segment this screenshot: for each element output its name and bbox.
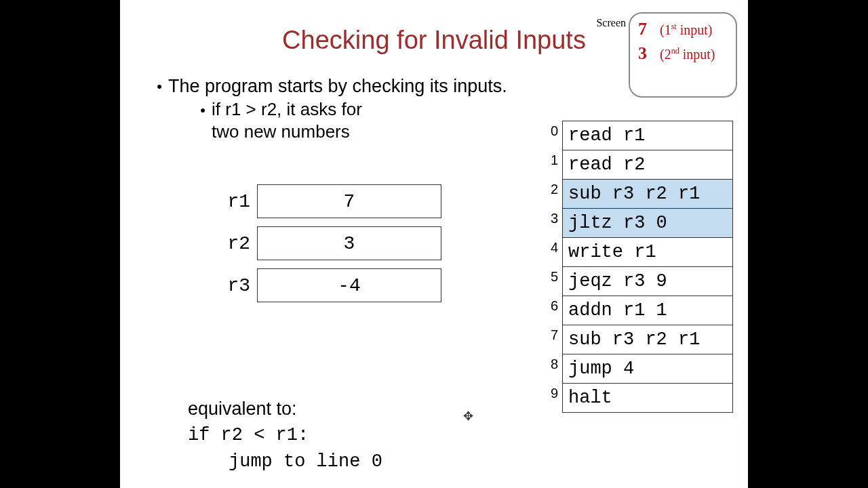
code-instruction: read r1 (562, 121, 733, 150)
code-instruction: halt (562, 383, 733, 413)
code-row: 3jltz r3 0 (542, 208, 733, 237)
code-instruction: jltz r3 0 (562, 208, 733, 238)
screen-box: 7 (1st input) 3 (2nd input) (629, 12, 737, 98)
code-row: 8jump 4 (542, 354, 733, 383)
equivalent-line1: if r2 < r1: (188, 422, 382, 449)
register-value: 3 (257, 226, 441, 260)
code-instruction: write r1 (562, 237, 733, 267)
screen-row: 7 (1st input) (638, 19, 728, 39)
code-instruction: sub r3 r2 r1 (562, 179, 733, 209)
code-row: 5jeqz r3 9 (542, 266, 733, 296)
code-instruction: addn r1 1 (562, 296, 733, 325)
screen-value: 7 (638, 19, 650, 39)
code-row: 6addn r1 1 (542, 296, 733, 325)
screen-value: 3 (638, 43, 650, 64)
code-linenum: 5 (542, 269, 562, 285)
code-instruction: read r2 (562, 150, 733, 180)
register-row: r2 3 (210, 226, 441, 260)
register-value: 7 (257, 184, 441, 218)
slide: Checking for Invalid Inputs • The progra… (120, 0, 748, 488)
register-label: r2 (210, 233, 257, 254)
code-instruction: jeqz r3 9 (562, 266, 733, 296)
code-linenum: 3 (542, 211, 562, 226)
screen-label: Screen (596, 17, 626, 29)
code-linenum: 7 (542, 327, 562, 343)
equivalent-line2: jump to line 0 (188, 449, 382, 475)
code-row: 0read r1 (542, 121, 733, 150)
code-table: 0read r1 1read r2 2sub r3 r2 r1 3jltz r3… (542, 121, 733, 412)
screen-row: 3 (2nd input) (638, 43, 728, 64)
screen-note: (1st input) (660, 22, 712, 38)
code-linenum: 9 (542, 386, 562, 401)
screen-note: (2nd input) (660, 46, 715, 62)
register-table: r1 7 r2 3 r3 -4 (210, 184, 441, 310)
bullet-sub-line1: if r1 > r2, it asks for (212, 98, 362, 121)
bullet-list: • The program starts by checking its inp… (151, 75, 507, 143)
code-row: 2sub r3 r2 r1 (542, 179, 733, 208)
register-row: r3 -4 (210, 268, 441, 302)
equivalent-block: equivalent to: if r2 < r1: jump to line … (188, 396, 382, 475)
code-row: 7sub r3 r2 r1 (542, 325, 733, 354)
bullet-dot: • (194, 98, 212, 120)
bullet-dot: • (151, 75, 168, 96)
code-linenum: 8 (542, 357, 562, 372)
code-linenum: 0 (542, 123, 562, 139)
register-value: -4 (257, 268, 441, 302)
register-label: r3 (210, 275, 257, 296)
code-row: 9halt (542, 383, 733, 412)
equivalent-label: equivalent to: (188, 396, 382, 422)
code-linenum: 2 (542, 182, 562, 197)
code-linenum: 4 (542, 240, 562, 256)
code-instruction: sub r3 r2 r1 (562, 325, 733, 354)
code-row: 1read r2 (542, 150, 733, 179)
code-linenum: 6 (542, 298, 562, 314)
code-row: 4write r1 (542, 237, 733, 266)
bullet-main: The program starts by checking its input… (168, 75, 507, 98)
register-row: r1 7 (210, 184, 441, 218)
code-instruction: jump 4 (562, 354, 733, 384)
bullet-sub-line2: two new numbers (212, 121, 362, 143)
code-linenum: 1 (542, 152, 562, 168)
register-label: r1 (210, 191, 257, 212)
cursor-icon: ✥ (463, 409, 473, 424)
